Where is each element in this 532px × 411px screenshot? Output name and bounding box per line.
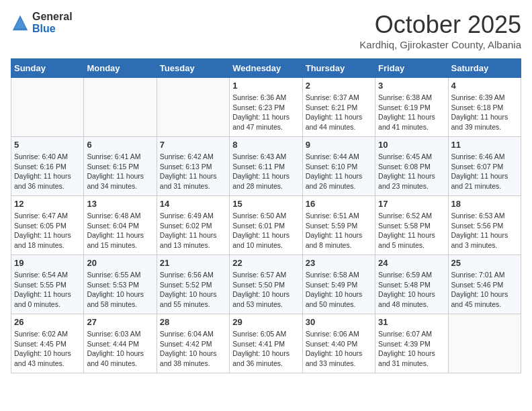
calendar-week-row: 26Sunrise: 6:02 AM Sunset: 4:45 PM Dayli… <box>11 314 521 373</box>
day-number: 16 <box>306 199 372 209</box>
calendar-week-row: 19Sunrise: 6:54 AM Sunset: 5:55 PM Dayli… <box>11 255 521 314</box>
day-number: 28 <box>160 317 226 327</box>
weekday-header-thursday: Thursday <box>302 59 375 78</box>
day-info: Sunrise: 6:53 AM Sunset: 5:56 PM Dayligh… <box>451 211 518 250</box>
day-info: Sunrise: 6:03 AM Sunset: 4:44 PM Dayligh… <box>87 329 153 369</box>
calendar-cell: 9Sunrise: 6:44 AM Sunset: 6:10 PM Daylig… <box>302 137 375 196</box>
calendar-cell: 26Sunrise: 6:02 AM Sunset: 4:45 PM Dayli… <box>11 314 84 373</box>
day-info: Sunrise: 6:59 AM Sunset: 5:48 PM Dayligh… <box>378 270 445 310</box>
day-number: 9 <box>306 140 372 150</box>
day-info: Sunrise: 6:36 AM Sunset: 6:23 PM Dayligh… <box>232 93 299 132</box>
day-info: Sunrise: 6:05 AM Sunset: 4:41 PM Dayligh… <box>232 329 299 369</box>
calendar-cell: 31Sunrise: 6:07 AM Sunset: 4:39 PM Dayli… <box>375 314 448 373</box>
day-info: Sunrise: 6:41 AM Sunset: 6:15 PM Dayligh… <box>87 152 153 191</box>
calendar-cell: 13Sunrise: 6:48 AM Sunset: 6:04 PM Dayli… <box>84 196 157 255</box>
day-info: Sunrise: 6:37 AM Sunset: 6:21 PM Dayligh… <box>306 93 372 132</box>
day-info: Sunrise: 6:58 AM Sunset: 5:49 PM Dayligh… <box>306 270 372 310</box>
day-info: Sunrise: 6:44 AM Sunset: 6:10 PM Dayligh… <box>306 152 372 191</box>
day-number: 6 <box>87 140 153 150</box>
logo: General Blue <box>11 11 73 34</box>
day-number: 22 <box>232 258 299 268</box>
day-number: 15 <box>232 199 299 209</box>
day-info: Sunrise: 7:01 AM Sunset: 5:46 PM Dayligh… <box>451 270 518 310</box>
calendar-cell: 14Sunrise: 6:49 AM Sunset: 6:02 PM Dayli… <box>157 196 229 255</box>
day-info: Sunrise: 6:54 AM Sunset: 5:55 PM Dayligh… <box>14 270 81 310</box>
calendar-cell: 7Sunrise: 6:42 AM Sunset: 6:13 PM Daylig… <box>157 137 229 196</box>
logo-text: General Blue <box>32 11 73 34</box>
day-number: 20 <box>87 258 153 268</box>
calendar-cell: 11Sunrise: 6:46 AM Sunset: 6:07 PM Dayli… <box>448 137 521 196</box>
day-info: Sunrise: 6:51 AM Sunset: 5:59 PM Dayligh… <box>306 211 372 250</box>
day-number: 3 <box>378 81 445 91</box>
day-info: Sunrise: 6:04 AM Sunset: 4:42 PM Dayligh… <box>160 329 226 369</box>
calendar-cell: 5Sunrise: 6:40 AM Sunset: 6:16 PM Daylig… <box>11 137 84 196</box>
calendar-cell: 22Sunrise: 6:57 AM Sunset: 5:50 PM Dayli… <box>230 255 302 314</box>
day-number: 14 <box>160 199 226 209</box>
calendar-table: SundayMondayTuesdayWednesdayThursdayFrid… <box>11 58 521 373</box>
page-header: General Blue October 2025 Kardhiq, Gjiro… <box>11 11 521 50</box>
calendar-cell <box>84 78 157 137</box>
day-info: Sunrise: 6:07 AM Sunset: 4:39 PM Dayligh… <box>378 329 445 369</box>
day-info: Sunrise: 6:39 AM Sunset: 6:18 PM Dayligh… <box>451 93 518 132</box>
calendar-cell: 28Sunrise: 6:04 AM Sunset: 4:42 PM Dayli… <box>157 314 229 373</box>
weekday-header-monday: Monday <box>84 59 157 78</box>
day-info: Sunrise: 6:55 AM Sunset: 5:53 PM Dayligh… <box>87 270 153 310</box>
weekday-header-tuesday: Tuesday <box>157 59 229 78</box>
day-number: 7 <box>160 140 226 150</box>
day-info: Sunrise: 6:57 AM Sunset: 5:50 PM Dayligh… <box>232 270 299 310</box>
calendar-cell: 2Sunrise: 6:37 AM Sunset: 6:21 PM Daylig… <box>302 78 375 137</box>
day-info: Sunrise: 6:40 AM Sunset: 6:16 PM Dayligh… <box>14 152 81 191</box>
day-info: Sunrise: 6:43 AM Sunset: 6:11 PM Dayligh… <box>232 152 299 191</box>
calendar-cell <box>157 78 229 137</box>
day-number: 25 <box>451 258 518 268</box>
day-info: Sunrise: 6:02 AM Sunset: 4:45 PM Dayligh… <box>14 329 81 369</box>
calendar-cell: 21Sunrise: 6:56 AM Sunset: 5:52 PM Dayli… <box>157 255 229 314</box>
day-info: Sunrise: 6:42 AM Sunset: 6:13 PM Dayligh… <box>160 152 226 191</box>
day-info: Sunrise: 6:38 AM Sunset: 6:19 PM Dayligh… <box>378 93 445 132</box>
day-number: 21 <box>160 258 226 268</box>
calendar-cell: 17Sunrise: 6:52 AM Sunset: 5:58 PM Dayli… <box>375 196 448 255</box>
day-number: 31 <box>378 317 445 327</box>
calendar-cell: 24Sunrise: 6:59 AM Sunset: 5:48 PM Dayli… <box>375 255 448 314</box>
day-number: 8 <box>232 140 299 150</box>
calendar-week-row: 12Sunrise: 6:47 AM Sunset: 6:05 PM Dayli… <box>11 196 521 255</box>
calendar-cell: 12Sunrise: 6:47 AM Sunset: 6:05 PM Dayli… <box>11 196 84 255</box>
day-info: Sunrise: 6:48 AM Sunset: 6:04 PM Dayligh… <box>87 211 153 250</box>
calendar-cell: 6Sunrise: 6:41 AM Sunset: 6:15 PM Daylig… <box>84 137 157 196</box>
title-block: October 2025 Kardhiq, Gjirokaster County… <box>359 11 521 50</box>
month-title: October 2025 <box>359 11 521 39</box>
calendar-cell: 25Sunrise: 7:01 AM Sunset: 5:46 PM Dayli… <box>448 255 521 314</box>
calendar-cell: 1Sunrise: 6:36 AM Sunset: 6:23 PM Daylig… <box>230 78 302 137</box>
logo-blue-text: Blue <box>32 23 73 35</box>
calendar-cell: 18Sunrise: 6:53 AM Sunset: 5:56 PM Dayli… <box>448 196 521 255</box>
calendar-cell: 23Sunrise: 6:58 AM Sunset: 5:49 PM Dayli… <box>302 255 375 314</box>
day-number: 27 <box>87 317 153 327</box>
calendar-cell: 20Sunrise: 6:55 AM Sunset: 5:53 PM Dayli… <box>84 255 157 314</box>
calendar-week-row: 1Sunrise: 6:36 AM Sunset: 6:23 PM Daylig… <box>11 78 521 137</box>
calendar-cell: 3Sunrise: 6:38 AM Sunset: 6:19 PM Daylig… <box>375 78 448 137</box>
day-number: 19 <box>14 258 81 268</box>
weekday-header-row: SundayMondayTuesdayWednesdayThursdayFrid… <box>11 59 521 78</box>
weekday-header-sunday: Sunday <box>11 59 84 78</box>
calendar-week-row: 5Sunrise: 6:40 AM Sunset: 6:16 PM Daylig… <box>11 137 521 196</box>
day-number: 26 <box>14 317 81 327</box>
calendar-cell: 19Sunrise: 6:54 AM Sunset: 5:55 PM Dayli… <box>11 255 84 314</box>
day-number: 11 <box>451 140 518 150</box>
day-number: 5 <box>14 140 81 150</box>
calendar-cell: 30Sunrise: 6:06 AM Sunset: 4:40 PM Dayli… <box>302 314 375 373</box>
day-number: 13 <box>87 199 153 209</box>
day-number: 23 <box>306 258 372 268</box>
weekday-header-wednesday: Wednesday <box>230 59 302 78</box>
day-number: 24 <box>378 258 445 268</box>
location-subtitle: Kardhiq, Gjirokaster County, Albania <box>359 39 521 50</box>
calendar-cell: 16Sunrise: 6:51 AM Sunset: 5:59 PM Dayli… <box>302 196 375 255</box>
day-info: Sunrise: 6:46 AM Sunset: 6:07 PM Dayligh… <box>451 152 518 191</box>
day-number: 18 <box>451 199 518 209</box>
day-info: Sunrise: 6:50 AM Sunset: 6:01 PM Dayligh… <box>232 211 299 250</box>
day-number: 2 <box>306 81 372 91</box>
day-number: 4 <box>451 81 518 91</box>
day-number: 29 <box>232 317 299 327</box>
day-number: 10 <box>378 140 445 150</box>
day-number: 17 <box>378 199 445 209</box>
day-number: 1 <box>232 81 299 91</box>
